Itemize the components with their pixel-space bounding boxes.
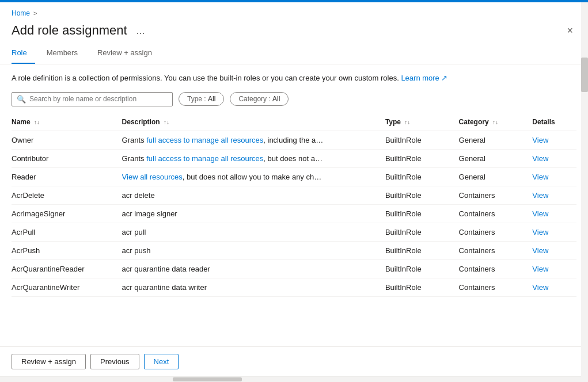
col-header-category[interactable]: Category ↑↓ <box>459 114 533 131</box>
description-sort-icon: ↑↓ <box>164 119 169 125</box>
cell-description: View all resources, but does not allow y… <box>122 167 385 186</box>
table-row[interactable]: AcrQuarantineWriteracr quarantine data w… <box>12 278 576 296</box>
breadcrumb-separator: > <box>33 10 37 17</box>
cell-category: General <box>459 131 533 149</box>
close-button[interactable]: × <box>563 24 576 38</box>
cell-details[interactable]: View <box>532 186 576 204</box>
table-row[interactable]: AcrQuarantineReaderacr quarantine data r… <box>12 259 576 278</box>
vertical-scrollbar-track <box>581 2 588 382</box>
cell-description: acr quarantine data reader <box>122 259 385 278</box>
learn-more-link[interactable]: Learn more ↗ <box>401 74 447 82</box>
name-sort-icon: ↑↓ <box>34 119 40 125</box>
cell-name: AcrImageSigner <box>12 204 122 223</box>
cell-category: Containers <box>459 241 533 259</box>
cell-type: BuiltInRole <box>385 186 459 204</box>
table-row[interactable]: AcrImageSigneracr image signerBuiltInRol… <box>12 204 576 223</box>
search-input[interactable] <box>29 95 168 103</box>
cell-category: Containers <box>459 278 533 296</box>
vertical-scrollbar-thumb[interactable] <box>581 58 588 92</box>
description-text: A role definition is a collection of per… <box>12 72 576 84</box>
next-button[interactable]: Next <box>144 354 179 369</box>
cell-category: Containers <box>459 186 533 204</box>
view-link[interactable]: View <box>532 209 548 218</box>
cell-details[interactable]: View <box>532 223 576 241</box>
roles-table: Name ↑↓ Description ↑↓ Type ↑↓ Category … <box>12 114 576 297</box>
cell-details[interactable]: View <box>532 241 576 259</box>
cell-type: BuiltInRole <box>385 204 459 223</box>
breadcrumb-home-link[interactable]: Home <box>12 9 30 17</box>
cell-name: AcrQuarantineWriter <box>12 278 122 296</box>
cell-details[interactable]: View <box>532 204 576 223</box>
view-link[interactable]: View <box>532 173 548 181</box>
cell-name: Reader <box>12 167 122 186</box>
cell-description: acr push <box>122 241 385 259</box>
table-row[interactable]: ReaderView all resources, but does not a… <box>12 167 576 186</box>
cell-name: AcrPush <box>12 241 122 259</box>
cell-category: General <box>459 167 533 186</box>
breadcrumb: Home > <box>0 2 588 21</box>
ellipsis-button[interactable]: ... <box>133 24 149 38</box>
cell-type: BuiltInRole <box>385 259 459 278</box>
header-row: Add role assignment ... × <box>0 21 588 44</box>
cell-description: acr image signer <box>122 204 385 223</box>
cell-details[interactable]: View <box>532 259 576 278</box>
tab-review-assign[interactable]: Review + assign <box>97 44 160 64</box>
cell-type: BuiltInRole <box>385 278 459 296</box>
main-container: Home > Add role assignment ... × Role Me… <box>0 2 588 382</box>
view-link[interactable]: View <box>532 191 548 200</box>
cell-name: Contributor <box>12 149 122 167</box>
cell-description: Grants full access to manage all resourc… <box>122 149 385 167</box>
view-link[interactable]: View <box>532 265 548 273</box>
cell-type: BuiltInRole <box>385 131 459 149</box>
tabs-row: Role Members Review + assign <box>0 44 588 64</box>
cell-type: BuiltInRole <box>385 167 459 186</box>
cell-details[interactable]: View <box>532 131 576 149</box>
cell-category: General <box>459 149 533 167</box>
horizontal-scrollbar-thumb <box>173 377 242 381</box>
view-link[interactable]: View <box>532 136 548 144</box>
view-link[interactable]: View <box>532 228 548 236</box>
type-filter-pill[interactable]: Type : All <box>179 92 224 106</box>
view-link[interactable]: View <box>532 283 548 292</box>
cell-details[interactable]: View <box>532 149 576 167</box>
footer-bar: Review + assign Previous Next <box>0 346 588 376</box>
col-header-name[interactable]: Name ↑↓ <box>12 114 122 131</box>
view-link[interactable]: View <box>532 246 548 255</box>
col-header-details: Details <box>532 114 576 131</box>
horizontal-scrollbar[interactable] <box>0 376 588 382</box>
cell-name: AcrPull <box>12 223 122 241</box>
cell-type: BuiltInRole <box>385 241 459 259</box>
col-header-description[interactable]: Description ↑↓ <box>122 114 385 131</box>
view-link[interactable]: View <box>532 154 548 163</box>
table-row[interactable]: ContributorGrants full access to manage … <box>12 149 576 167</box>
filters-row: 🔍 Type : All Category : All <box>12 92 576 106</box>
page-title: Add role assignment <box>12 23 127 38</box>
cell-type: BuiltInRole <box>385 223 459 241</box>
cell-description: acr delete <box>122 186 385 204</box>
table-row[interactable]: AcrDeleteacr deleteBuiltInRoleContainers… <box>12 186 576 204</box>
cell-name: Owner <box>12 131 122 149</box>
cell-details[interactable]: View <box>532 278 576 296</box>
cell-name: AcrDelete <box>12 186 122 204</box>
review-assign-button[interactable]: Review + assign <box>12 354 86 369</box>
cell-type: BuiltInRole <box>385 149 459 167</box>
tab-members[interactable]: Members <box>47 44 86 64</box>
search-box: 🔍 <box>12 92 173 106</box>
tab-role[interactable]: Role <box>12 44 35 64</box>
table-row[interactable]: AcrPushacr pushBuiltInRoleContainersView <box>12 241 576 259</box>
table-row[interactable]: OwnerGrants full access to manage all re… <box>12 131 576 149</box>
cell-details[interactable]: View <box>532 167 576 186</box>
cell-category: Containers <box>459 204 533 223</box>
table-row[interactable]: AcrPullacr pullBuiltInRoleContainersView <box>12 223 576 241</box>
cell-description: acr quarantine data writer <box>122 278 385 296</box>
previous-button[interactable]: Previous <box>90 354 139 369</box>
col-header-type[interactable]: Type ↑↓ <box>385 114 459 131</box>
cell-description: Grants full access to manage all resourc… <box>122 131 385 149</box>
cell-category: Containers <box>459 259 533 278</box>
cell-name: AcrQuarantineReader <box>12 259 122 278</box>
search-icon: 🔍 <box>17 95 26 104</box>
category-filter-pill[interactable]: Category : All <box>230 92 289 106</box>
cell-description: acr pull <box>122 223 385 241</box>
content-area: A role definition is a collection of per… <box>0 64 588 346</box>
category-sort-icon: ↑↓ <box>492 119 498 125</box>
